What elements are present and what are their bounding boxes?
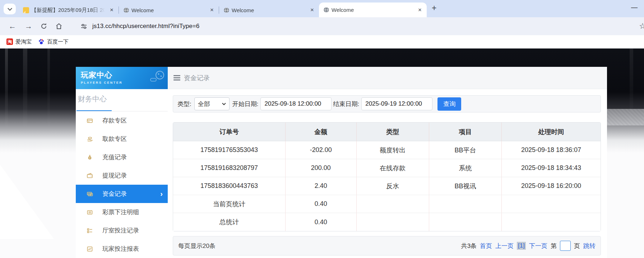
- cell-type: 反水: [357, 177, 429, 195]
- close-icon[interactable]: ×: [417, 6, 423, 14]
- sidebar-item-label: 充值记录: [102, 153, 127, 161]
- home-button[interactable]: [55, 23, 62, 30]
- forward-button[interactable]: →: [25, 22, 32, 31]
- browser-toolbar: ← → js13.cc/hhcp/usercenter.html?iniType…: [0, 17, 644, 35]
- back-button[interactable]: ←: [9, 22, 16, 31]
- background-triangle: [0, 155, 54, 239]
- page-jump-input[interactable]: [560, 241, 571, 251]
- browser-tab-3[interactable]: Welcome ×: [219, 3, 319, 17]
- end-date-input[interactable]: [361, 97, 432, 110]
- table-row-page-summary: 当前页统计 0.40: [173, 195, 601, 213]
- jump-suffix-label: 页: [574, 242, 580, 250]
- cell-time: 2025-09-18 18:34:43: [502, 159, 601, 177]
- cell-empty: [429, 213, 502, 231]
- new-tab-button[interactable]: +: [432, 3, 436, 13]
- cell-time: 2025-09-18 16:20:00: [502, 177, 601, 195]
- sidebar-item-withdraw-zone[interactable]: 取款专区: [76, 130, 168, 148]
- sidebar-item-room-bet-records[interactable]: 厅室投注记录: [76, 221, 168, 240]
- address-bar[interactable]: js13.cc/hhcp/usercenter.html?iniType=6: [71, 23, 199, 30]
- start-date-input[interactable]: [260, 97, 332, 110]
- cell-empty: [429, 195, 502, 213]
- pagination-bar: 每页显示20条 共3条 首页 上一页 [1] 下一页 第 页 跳转: [173, 236, 601, 255]
- report-chart-icon: [87, 246, 93, 252]
- bookmark-star-icon[interactable]: ☆: [639, 22, 644, 31]
- page-title: 资金记录: [184, 74, 210, 82]
- close-icon[interactable]: ×: [209, 6, 215, 14]
- chevron-right-icon: ›: [160, 190, 163, 198]
- jump-prefix-label: 第: [551, 242, 557, 250]
- next-page-link[interactable]: 下一页: [529, 242, 547, 250]
- sidebar-item-fund-records[interactable]: 资金记录 ›: [76, 185, 168, 203]
- close-icon[interactable]: ×: [309, 6, 315, 14]
- column-header: 类型: [357, 123, 429, 141]
- cell-empty: [357, 213, 429, 231]
- cell-summary-label: 总统计: [173, 213, 286, 231]
- globe-favicon: [323, 7, 329, 13]
- reload-button[interactable]: [40, 23, 47, 30]
- sidebar-item-deposit-zone[interactable]: 存款专区: [76, 111, 168, 130]
- list-icon: [87, 209, 93, 216]
- query-button[interactable]: 查询: [437, 97, 461, 111]
- cell-summary-label: 当前页统计: [173, 195, 286, 213]
- cell-amount: 200.00: [286, 159, 357, 177]
- moneybag-icon: [87, 154, 93, 161]
- sidebar: 玩家中心 PLAYERS CENTER 财务中心 存款专区 取款专区 充值记录 …: [76, 67, 168, 258]
- jump-link[interactable]: 跳转: [583, 242, 596, 250]
- sidebar-header: 玩家中心 PLAYERS CENTER: [76, 67, 168, 89]
- prev-page-link[interactable]: 上一页: [495, 242, 514, 250]
- grid-list-icon: [87, 227, 93, 234]
- tab-search-button[interactable]: [4, 4, 16, 14]
- tab-title: Welcome: [232, 7, 307, 13]
- wallet-icon: [87, 172, 93, 179]
- close-icon[interactable]: ×: [108, 6, 115, 14]
- cell-project: BB平台: [429, 141, 502, 159]
- baidu-paw-icon: [38, 38, 45, 45]
- current-page-badge: [1]: [517, 242, 526, 250]
- sidebar-item-label: 厅室投注记录: [102, 226, 139, 235]
- sidebar-item-label: 提现记录: [102, 171, 127, 180]
- bookmark-baidu[interactable]: 百度一下: [38, 38, 69, 45]
- window-minimize-button[interactable]: —: [631, 4, 638, 11]
- sidebar-item-label: 资金记录: [102, 190, 127, 198]
- first-page-link[interactable]: 首页: [480, 242, 492, 250]
- sidebar-section-finance: 财务中心: [76, 89, 168, 111]
- column-header: 项目: [429, 123, 502, 141]
- browser-tab-1[interactable]: 【新提醒】2025年09月18日 20 ×: [19, 3, 119, 17]
- start-date-label: 开始日期:: [232, 100, 259, 108]
- table-row: 1758191683208797 200.00 在线存款 系统 2025-09-…: [173, 159, 601, 177]
- sidebar-item-lottery-bet-details[interactable]: 彩票下注明细: [76, 203, 168, 221]
- browser-tab-4-active[interactable]: Welcome ×: [319, 3, 427, 17]
- cell-order-id: 1758191683208797: [173, 159, 286, 177]
- sidebar-item-player-bet-report[interactable]: 玩家投注报表: [76, 240, 168, 258]
- browser-tab-strip: 【新提醒】2025年09月18日 20 × Welcome × Welcome …: [0, 0, 644, 17]
- column-header: 处理时间: [502, 123, 601, 141]
- column-header: 订单号: [173, 123, 286, 141]
- site-settings-icon[interactable]: [80, 23, 87, 30]
- cell-empty: [502, 195, 601, 213]
- table-row-total-summary: 总统计 0.40: [173, 213, 601, 231]
- cell-empty: [357, 195, 429, 213]
- chevron-down-icon: [222, 103, 226, 105]
- sidebar-section-title: 财务中心: [78, 94, 168, 104]
- sidebar-item-recharge-records[interactable]: 充值记录: [76, 148, 168, 166]
- cell-time: 2025-09-18 18:36:07: [502, 141, 601, 159]
- browser-tab-2[interactable]: Welcome ×: [119, 3, 219, 17]
- table-row: 1758191765353043 -202.00 额度转出 BB平台 2025-…: [173, 141, 601, 159]
- globe-favicon: [123, 7, 129, 13]
- url-text[interactable]: js13.cc/hhcp/usercenter.html?iniType=6: [92, 23, 199, 30]
- sidebar-item-label: 玩家投注报表: [102, 245, 139, 253]
- sidebar-item-withdrawal-records[interactable]: 提现记录: [76, 166, 168, 185]
- column-header: 金额: [286, 123, 357, 141]
- cell-type: 在线存款: [357, 159, 429, 177]
- type-select[interactable]: 全部: [194, 97, 230, 110]
- bookmark-label: 爱淘宝: [15, 38, 32, 45]
- bookmark-taobao[interactable]: 淘 爱淘宝: [6, 38, 32, 45]
- gamepad-icon: [150, 70, 164, 83]
- background-pattern: [607, 109, 644, 125]
- tab-title: Welcome: [332, 7, 414, 13]
- tab-title: 【新提醒】2025年09月18日 20: [31, 7, 106, 14]
- player-center-panel: 玩家中心 PLAYERS CENTER 财务中心 存款专区 取款专区 充值记录 …: [76, 67, 607, 258]
- type-label: 类型:: [177, 100, 191, 108]
- hamburger-icon[interactable]: [173, 74, 180, 82]
- content-header: 资金记录: [168, 67, 607, 89]
